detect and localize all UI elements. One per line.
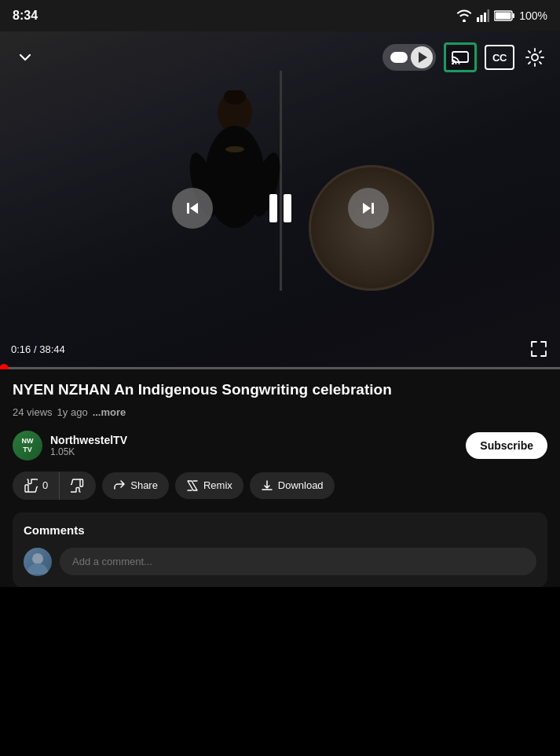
svg-rect-2 [484, 13, 486, 22]
channel-name[interactable]: NorthwestelTV [50, 434, 127, 446]
mini-player-toggle[interactable] [382, 44, 436, 71]
svg-point-15 [532, 54, 538, 61]
gear-icon [525, 47, 545, 68]
remix-label: Remix [203, 479, 232, 491]
view-count: 24 views [13, 406, 53, 418]
cast-button[interactable] [444, 42, 477, 72]
thumbs-up-icon [24, 479, 38, 493]
collapse-button[interactable] [13, 45, 38, 70]
channel-avatar[interactable]: NWTV [13, 431, 42, 461]
mini-play-icon [419, 52, 427, 63]
user-avatar-icon [24, 548, 52, 576]
time-row: 0:16 / 38:44 [0, 332, 560, 367]
svg-rect-1 [481, 15, 483, 22]
channel-row: NWTV NorthwestelTV 1.05K Subscribe [13, 431, 547, 461]
current-time: 0:16 [11, 343, 31, 355]
svg-rect-6 [496, 13, 511, 20]
remix-button[interactable]: Remix [175, 472, 243, 499]
top-right-controls: CC [382, 42, 547, 72]
user-avatar [24, 548, 52, 576]
battery-icon [494, 10, 514, 21]
svg-rect-17 [187, 203, 189, 214]
cc-button[interactable]: CC [485, 45, 514, 70]
status-time: 8:34 [13, 9, 38, 23]
signal-icon [477, 9, 489, 22]
like-count: 0 [42, 479, 48, 491]
svg-marker-20 [363, 203, 371, 214]
comment-input[interactable] [60, 548, 536, 575]
comments-header: Comments [24, 523, 536, 537]
channel-info: NWTV NorthwestelTV 1.05K [13, 431, 127, 461]
content-area: NYEN NZHAN An Indigenous Songwriting cel… [0, 369, 560, 587]
download-icon [261, 479, 273, 492]
svg-rect-0 [477, 17, 479, 22]
time-display: 0:16 / 38:44 [11, 343, 65, 355]
download-label: Download [278, 479, 324, 491]
thumbs-down-icon [71, 479, 85, 493]
svg-rect-19 [284, 194, 291, 222]
pause-icon [265, 191, 295, 226]
next-button[interactable] [348, 188, 389, 229]
next-icon [360, 200, 377, 217]
svg-rect-3 [488, 9, 490, 22]
channel-subscribers: 1.05K [50, 446, 127, 457]
video-meta: 24 views 1y ago ...more [13, 406, 547, 418]
dislike-button[interactable] [60, 472, 96, 500]
video-center-controls [0, 172, 560, 229]
comments-section: Comments [13, 512, 547, 587]
mini-play-circle [411, 46, 433, 68]
video-bottom-controls: 0:16 / 38:44 [0, 332, 560, 369]
svg-rect-18 [269, 194, 277, 222]
previous-button[interactable] [172, 188, 213, 229]
cast-icon [452, 50, 469, 64]
total-time: 38:44 [39, 343, 65, 355]
video-age: 1y ago [57, 406, 88, 418]
progress-bar[interactable] [0, 367, 560, 369]
previous-icon [184, 200, 201, 217]
fullscreen-button[interactable] [529, 339, 549, 359]
subscribe-button[interactable]: Subscribe [466, 432, 547, 459]
action-row: 0 Share Remix [13, 472, 547, 500]
battery-percent: 100% [519, 9, 547, 22]
more-link[interactable]: ...more [93, 406, 126, 418]
settings-button[interactable] [522, 45, 547, 70]
svg-rect-21 [372, 203, 374, 214]
video-player[interactable]: CC [0, 31, 560, 369]
wifi-icon [456, 9, 472, 22]
channel-name-wrap: NorthwestelTV 1.05K [50, 434, 127, 457]
share-icon [113, 479, 126, 492]
svg-marker-16 [190, 203, 198, 214]
pause-button[interactable] [260, 188, 301, 229]
share-button[interactable]: Share [102, 472, 169, 499]
svg-point-22 [32, 553, 43, 564]
fullscreen-icon [530, 340, 547, 358]
status-icons: 100% [456, 9, 547, 22]
share-label: Share [130, 479, 158, 491]
svg-rect-5 [513, 13, 515, 18]
progress-dot [0, 364, 9, 370]
download-button[interactable]: Download [250, 472, 335, 499]
comment-input-row [24, 548, 536, 576]
channel-avatar-text: NWTV [22, 437, 34, 454]
video-title: NYEN NZHAN An Indigenous Songwriting cel… [13, 380, 547, 400]
cc-label: CC [492, 52, 507, 64]
like-button[interactable]: 0 [13, 472, 60, 500]
video-top-controls: CC [0, 42, 560, 72]
remix-icon [186, 479, 199, 492]
status-bar: 8:34 100% [0, 0, 560, 31]
like-dislike-group: 0 [13, 472, 96, 500]
mini-player-dot [390, 52, 408, 63]
